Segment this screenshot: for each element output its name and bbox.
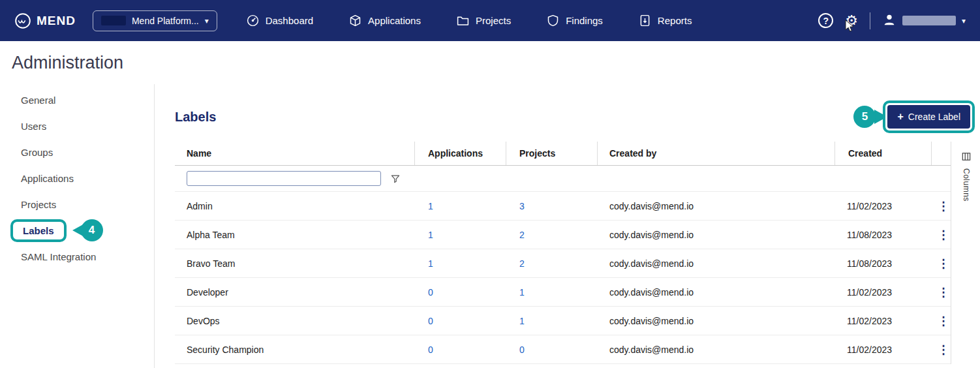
top-navbar: MEND Mend Platform... ▾ Dashboard Applic… [0, 0, 980, 41]
table-row: Developer01cody.davis@mend.io11/02/2023⋮ [175, 278, 951, 307]
cell-applications-link[interactable]: 1 [415, 201, 506, 211]
user-avatar-icon [882, 12, 896, 29]
plus-icon: + [897, 112, 903, 122]
sidebar-item-labels-row: Labels 4 [0, 217, 154, 243]
columns-control[interactable]: Columns [962, 152, 971, 202]
nav-item-projects[interactable]: Projects [456, 14, 511, 27]
column-header-applications[interactable]: Applications [415, 142, 506, 165]
column-header-created-by[interactable]: Created by [598, 142, 835, 165]
sidebar-item-label: Projects [21, 199, 56, 210]
column-header-name[interactable]: Name [175, 142, 415, 165]
sidebar-item-groups[interactable]: Groups [0, 139, 154, 165]
cell-name: Developer [175, 287, 415, 298]
row-actions-kebab-icon[interactable]: ⋮ [932, 314, 951, 328]
reports-icon [638, 14, 652, 27]
cell-applications-link[interactable]: 0 [415, 316, 506, 326]
chevron-down-icon: ▾ [205, 17, 209, 25]
cell-projects-link[interactable]: 1 [506, 287, 598, 298]
row-actions-kebab-icon[interactable]: ⋮ [932, 199, 951, 213]
table-filter-row [175, 166, 951, 192]
cell-created-by: cody.davis@mend.io [598, 345, 835, 355]
cell-applications-link[interactable]: 0 [415, 345, 506, 355]
sidebar-item-applications[interactable]: Applications [0, 165, 154, 191]
labels-main-panel: Labels 5 + Create Label Name Application… [155, 84, 980, 368]
projects-folder-icon [456, 14, 470, 27]
platform-selector-dropdown[interactable]: Mend Platform... ▾ [93, 10, 217, 31]
cell-projects-link[interactable]: 0 [506, 345, 598, 355]
applications-icon [348, 14, 362, 27]
cell-created-by: cody.davis@mend.io [598, 258, 835, 269]
user-menu[interactable]: ▾ [882, 12, 966, 29]
table-row: Alpha Team12cody.davis@mend.io11/08/2023… [175, 221, 951, 249]
nav-item-applications[interactable]: Applications [348, 14, 421, 27]
sidebar-item-projects[interactable]: Projects [0, 191, 154, 217]
column-header-actions [932, 142, 951, 165]
row-actions-kebab-icon[interactable]: ⋮ [932, 285, 951, 299]
cell-created-date: 11/02/2023 [835, 287, 932, 298]
create-label-button[interactable]: + Create Label [887, 105, 970, 129]
cell-created-by: cody.davis@mend.io [598, 201, 835, 211]
cell-created-date: 11/08/2023 [835, 258, 932, 269]
cell-applications-link[interactable]: 1 [415, 258, 506, 269]
cell-applications-link[interactable]: 1 [415, 230, 506, 240]
sidebar-item-label: Groups [21, 147, 53, 158]
table-body: Admin13cody.davis@mend.io11/02/2023⋮Alph… [175, 192, 951, 364]
sidebar-item-general[interactable]: General [0, 87, 154, 113]
page-title: Administration [12, 53, 123, 73]
columns-control-label: Columns [962, 168, 971, 202]
sidebar-item-label: SAML Integration [21, 251, 96, 262]
sidebar-item-label: Users [21, 121, 46, 132]
help-icon[interactable]: ? [818, 13, 833, 28]
cell-name: Bravo Team [175, 258, 415, 269]
sidebar-item-label: Applications [21, 173, 74, 184]
sidebar-item-users[interactable]: Users [0, 113, 154, 139]
navbar-right-cluster: ? ⚙ ▾ [818, 12, 966, 29]
admin-sidebar: General Users Groups Applications Projec… [0, 84, 155, 368]
primary-nav: Dashboard Applications Projects [246, 14, 692, 27]
row-actions-kebab-icon[interactable]: ⋮ [932, 343, 951, 357]
mend-logo[interactable]: MEND [14, 12, 76, 29]
filter-funnel-icon[interactable] [390, 174, 401, 184]
navbar-divider [870, 12, 870, 29]
column-header-projects[interactable]: Projects [506, 142, 598, 165]
cell-created-date: 11/02/2023 [835, 201, 932, 211]
cell-name: Alpha Team [175, 230, 415, 240]
annotation-highlight-labels: Labels [10, 219, 67, 242]
findings-shield-icon [546, 14, 560, 27]
create-label-callout: 5 + Create Label [853, 100, 975, 133]
create-label-button-label: Create Label [908, 112, 960, 122]
nav-item-dashboard[interactable]: Dashboard [246, 14, 313, 27]
content-area: General Users Groups Applications Projec… [0, 84, 980, 368]
cell-created-date: 11/02/2023 [835, 345, 932, 355]
cell-created-by: cody.davis@mend.io [598, 287, 835, 298]
settings-gear-icon[interactable]: ⚙ [845, 14, 858, 28]
cell-created-by: cody.davis@mend.io [598, 316, 835, 326]
cell-projects-link[interactable]: 2 [506, 258, 598, 269]
sidebar-item-saml-integration[interactable]: SAML Integration [0, 243, 154, 269]
nav-item-reports[interactable]: Reports [638, 14, 692, 27]
redacted-user-name [902, 16, 956, 25]
cell-name: Admin [175, 201, 415, 211]
cell-applications-link[interactable]: 0 [415, 287, 506, 298]
cell-projects-link[interactable]: 2 [506, 230, 598, 240]
cell-name: DevOps [175, 316, 415, 326]
labels-table: Name Applications Projects Created by Cr… [175, 142, 951, 364]
nav-item-findings[interactable]: Findings [546, 14, 603, 27]
nav-item-label: Findings [566, 15, 603, 26]
cell-created-date: 11/08/2023 [835, 230, 932, 240]
table-row: Security Champion00cody.davis@mend.io11/… [175, 335, 951, 364]
name-filter-input[interactable] [187, 171, 381, 186]
cell-created-by: cody.davis@mend.io [598, 230, 835, 240]
annotation-highlight-create-label: + Create Label [883, 100, 975, 133]
platform-selector-label: Mend Platform... [132, 16, 199, 26]
redacted-org-name [101, 16, 126, 25]
labels-title-row: Labels 5 + Create Label [175, 99, 980, 135]
cell-projects-link[interactable]: 1 [506, 316, 598, 326]
column-header-created[interactable]: Created [835, 142, 932, 165]
nav-item-label: Applications [368, 15, 421, 26]
cell-projects-link[interactable]: 3 [506, 201, 598, 211]
row-actions-kebab-icon[interactable]: ⋮ [932, 228, 951, 242]
sidebar-item-labels[interactable]: Labels [23, 225, 54, 236]
row-actions-kebab-icon[interactable]: ⋮ [932, 256, 951, 271]
table-header-row: Name Applications Projects Created by Cr… [175, 142, 951, 166]
